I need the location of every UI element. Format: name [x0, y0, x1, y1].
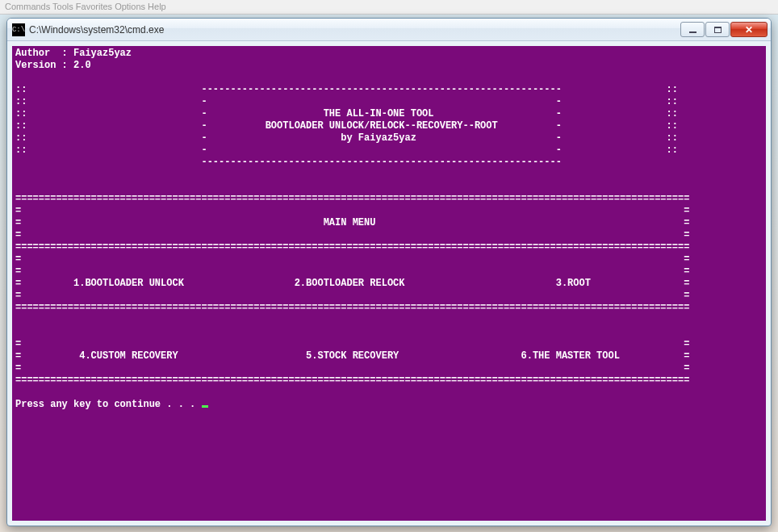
console-line: :: - - :: [15, 145, 763, 157]
close-button[interactable]: ✕ [730, 22, 768, 37]
console-line: = = [15, 266, 763, 278]
console-line: = = [15, 229, 763, 241]
console-line: = = [15, 362, 763, 375]
console-line [15, 387, 763, 399]
console-line: ========================================… [15, 302, 763, 314]
console-line: = = [15, 205, 763, 217]
console-line: ========================================… [15, 375, 763, 387]
console-line [15, 72, 763, 84]
console-line: :: - BOOTLOADER UNLOCK/RELOCK--RECOVERY-… [15, 120, 763, 132]
console-output[interactable]: Author : Faiyaz5yazVersion : 2.0 :: ----… [12, 46, 766, 521]
host-menubar: Commands Tools Favorites Options Help [0, 0, 778, 15]
titlebar[interactable]: C:\ C:\Windows\system32\cmd.exe ✕ [7, 19, 771, 41]
console-line: ========================================… [15, 241, 763, 253]
console-line: = = [15, 338, 763, 350]
cursor [202, 405, 208, 408]
console-line: Press any key to continue . . . [15, 399, 763, 411]
console-line: = 4.CUSTOM RECOVERY 5.STOCK RECOVERY 6.T… [15, 350, 763, 362]
cmd-icon: C:\ [12, 23, 25, 36]
console-line: :: - - :: [15, 96, 763, 108]
cmd-window: C:\ C:\Windows\system32\cmd.exe ✕ Author… [6, 18, 772, 526]
console-line: = = [15, 253, 763, 266]
console-line [15, 326, 763, 338]
console-line: = MAIN MENU = [15, 217, 763, 229]
console-line: :: - THE ALL-IN-ONE TOOL - :: [15, 108, 763, 120]
console-line: :: - by Faiyaz5yaz - :: [15, 132, 763, 145]
console-line [15, 169, 763, 181]
console-line: Version : 2.0 [15, 60, 763, 72]
console-line [15, 181, 763, 193]
console-line: :: -------------------------------------… [15, 84, 763, 96]
console-line [15, 314, 763, 326]
maximize-button[interactable] [705, 22, 730, 37]
console-line: Author : Faiyaz5yaz [15, 48, 763, 60]
console-line: ----------------------------------------… [15, 157, 763, 169]
window-title: C:\Windows\system32\cmd.exe [29, 24, 680, 36]
console-line: = 1.BOOTLOADER UNLOCK 2.BOOTLOADER RELOC… [15, 278, 763, 290]
console-line: ========================================… [15, 193, 763, 205]
minimize-button[interactable] [680, 22, 705, 37]
console-line: = = [15, 290, 763, 302]
